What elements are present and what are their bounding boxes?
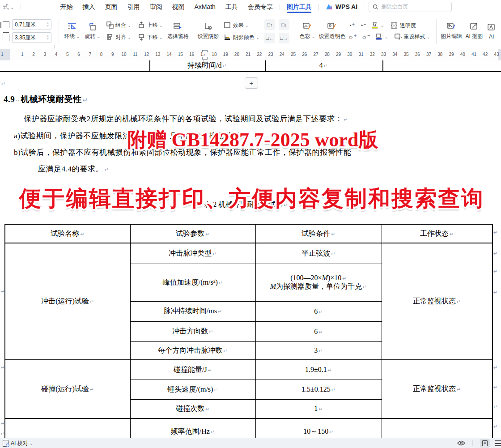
ruler-number: 30 <box>347 52 352 57</box>
nudge-left-button[interactable]: □← <box>264 33 275 43</box>
width-stepper[interactable]: 3.35厘米˄˅ <box>12 32 51 43</box>
tab-picture-tools[interactable]: 图片工具 <box>282 0 317 13</box>
header-cell[interactable]: 试验名称 <box>5 224 130 243</box>
table-cell[interactable]: 1.9±0.1 <box>255 360 382 380</box>
ai-proofread-button[interactable]: AI 校对 <box>11 439 28 447</box>
tab-reference[interactable]: 引用 <box>122 0 144 13</box>
move-down-icon <box>137 34 145 41</box>
table-border <box>382 60 383 71</box>
tab-review[interactable]: 审阅 <box>144 0 167 13</box>
table-resize-handle[interactable] <box>204 60 207 63</box>
contrast-up-icon[interactable]: ◔⁺ <box>348 22 355 29</box>
table-cell[interactable]: 1 <box>255 399 382 418</box>
header-cell[interactable]: 试验参数 <box>130 224 255 243</box>
table-cell[interactable]: 碰撞能量/J <box>130 360 255 380</box>
align-button[interactable]: 对齐⌄ <box>104 33 133 42</box>
document-page[interactable]: 持续时间/d 4 + ↵ 4.9··机械环境耐受性 保护器应能耐受表2所规定的机… <box>0 60 501 438</box>
nudge-right-button[interactable]: □→ <box>279 33 289 43</box>
table-cell[interactable]: 脉冲持续时间/ms <box>130 301 255 321</box>
color-icon <box>303 22 312 31</box>
photo-edit-button[interactable]: 图片编辑 <box>439 20 463 42</box>
set-transparent-color-button[interactable]: 设置透明色 <box>318 20 347 42</box>
eye-protection-icon[interactable] <box>457 440 465 446</box>
selection-pane-button[interactable]: 选择窗格 <box>166 20 190 42</box>
page-view-button[interactable]: ≡ <box>480 439 490 448</box>
table-cell[interactable]: 6 <box>255 301 382 321</box>
table-cell[interactable]: 10～150 <box>255 418 382 438</box>
tab-view[interactable]: 视图 <box>167 0 189 13</box>
tab-membership[interactable]: 会员专享 <box>243 0 278 13</box>
highlight-color-button[interactable]: ⌄ <box>371 22 384 29</box>
table-cell[interactable]: 冲击方向数 <box>130 321 255 341</box>
brightness-up-icon[interactable]: ☼⁺ <box>348 34 357 40</box>
table-cell[interactable]: 冲击脉冲类型 <box>130 243 255 264</box>
table-cell[interactable]: 每个方向冲击脉冲数 <box>130 341 255 360</box>
ai-matting-button[interactable]: AI 抠图 <box>463 20 484 42</box>
rotate-button[interactable]: 旋转⌄ <box>82 20 103 42</box>
table-cell[interactable]: 碰撞次数 <box>130 399 255 418</box>
spinner-arrows-icon[interactable]: ˄˅ <box>47 35 49 40</box>
wps-ai-logo-icon <box>325 4 333 10</box>
ai-extra-icon <box>487 23 496 32</box>
tab-insert[interactable]: 插入 <box>77 0 100 13</box>
set-shadow-button[interactable]: 设置阴影 <box>196 20 220 42</box>
dialog-launcher-icon[interactable] <box>52 45 55 48</box>
wrap-button[interactable]: 环绕⌄ <box>62 20 82 42</box>
brightness-down-icon[interactable]: ☼⁻ <box>361 34 370 40</box>
horizontal-ruler[interactable]: 1 12345678910111213141516171819202122232… <box>0 49 501 60</box>
ai-extra-button[interactable]: AI <box>484 21 498 42</box>
search-box[interactable] <box>369 2 452 12</box>
search-input[interactable] <box>381 4 439 10</box>
ruler-number: 6 <box>77 52 80 57</box>
reset-style-button[interactable]: 重设样式⌄ <box>393 33 432 41</box>
outline-color-button[interactable]: ⌄ <box>375 33 388 40</box>
transparency-button[interactable]: 透明度 <box>389 21 418 30</box>
tab-tools[interactable]: 工具 <box>221 0 243 13</box>
table-cell[interactable]: 持续时间/d <box>149 60 265 71</box>
tab-home[interactable]: 开始 <box>55 0 77 13</box>
rotate-icon <box>88 22 97 31</box>
table-row: 冲击(运行)试验 冲击脉冲类型 半正弦波 正常监视状态 <box>5 243 493 264</box>
ruler-number: 8 <box>100 52 103 57</box>
effect-button[interactable]: 效果⌄ <box>222 21 261 30</box>
send-backward-button[interactable]: 下移⌄ <box>136 33 164 42</box>
nudge-down-button[interactable]: □↓ <box>279 19 289 30</box>
header-cell[interactable]: 试验条件 <box>255 224 382 243</box>
table-cell[interactable]: 峰值加速度/(m/s²) <box>130 264 255 301</box>
ruler-number: 1 <box>1 52 4 57</box>
table-cell[interactable]: 冲击(运行)试验 <box>5 243 130 360</box>
height-stepper[interactable]: 0.71厘米˄˅ <box>12 19 51 30</box>
table-cell[interactable]: (100—20×M)×10 M为探测器质量，单位为千克 <box>255 264 382 301</box>
add-table-row-button[interactable]: + <box>245 77 258 89</box>
nudge-up-button[interactable]: □↑ <box>264 19 275 30</box>
table-cell[interactable] <box>5 418 130 438</box>
table-cell[interactable]: 碰撞(运行)试验 <box>5 360 130 418</box>
spinner-arrows-icon[interactable]: ˄˅ <box>47 22 49 27</box>
header-cell[interactable]: 工作状态 <box>382 224 493 243</box>
group-button[interactable]: 组合⌄ <box>104 21 133 30</box>
watermark-line2: 便于编辑直接打印、方便内容复制和搜索查询 <box>8 184 496 213</box>
table-cell[interactable]: 频率范围/Hz <box>130 418 255 438</box>
tab-axmath[interactable]: AxMath <box>189 0 220 13</box>
ruler-number: 35 <box>403 52 408 57</box>
outline-color-icon <box>375 33 383 40</box>
table-cell[interactable]: 4 <box>265 60 382 71</box>
color-button[interactable]: 色彩⌄ <box>297 20 318 42</box>
tab-wps-ai[interactable]: WPS AI <box>321 3 362 10</box>
tab-page[interactable]: 页面 <box>100 0 122 13</box>
contrast-down-icon[interactable]: ◔⁻ <box>360 22 367 29</box>
table-cell[interactable]: 半正弦波 <box>255 243 382 264</box>
table-cell[interactable]: 正常监视状态 <box>382 360 493 418</box>
table-cell[interactable] <box>382 418 493 438</box>
table-row: 频率范围/Hz 10～150 <box>5 418 493 438</box>
table-cell[interactable]: 3 <box>255 341 382 360</box>
table-cell[interactable]: 1.5±0.125 <box>255 380 382 399</box>
shadow-color-button[interactable]: 阴影颜色⌄ <box>222 33 261 42</box>
outline-view-icon[interactable] <box>495 440 501 446</box>
table-cell[interactable]: 正常监视状态 <box>382 243 493 360</box>
bring-forward-button[interactable]: 上移⌄ <box>136 21 164 30</box>
test-conditions-table[interactable]: 试验名称 试验参数 试验条件 工作状态 冲击(运行)试验 冲击脉冲类型 半正弦波… <box>4 224 493 438</box>
table-cell[interactable]: 锤头速度/(m/s) <box>130 380 255 399</box>
table-cell[interactable]: 6 <box>255 321 382 341</box>
formula-overflow-tab[interactable]: 式⌄ <box>0 0 19 13</box>
